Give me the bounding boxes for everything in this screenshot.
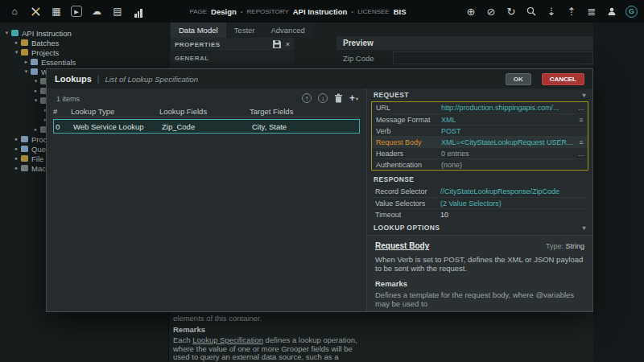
chevron-right-icon[interactable]: ▸: [13, 136, 20, 142]
list-toolbar: ↑ ↓ +▾: [302, 93, 358, 104]
ellipsis-button[interactable]: ...: [575, 150, 588, 158]
batches-icon[interactable]: ▦: [50, 5, 63, 18]
help-property-name: Request Body: [375, 241, 429, 250]
dialog-subtitle: List of Lookup Specification: [105, 75, 198, 84]
grooper-logo[interactable]: G: [625, 6, 638, 18]
help-remarks-heading: Remarks: [375, 279, 584, 288]
add-lookup-icon[interactable]: +▾: [349, 93, 358, 104]
tools-icon[interactable]: [29, 5, 42, 18]
items-count: 1 items: [56, 95, 80, 103]
lookup-options-section-header[interactable]: LOOKUP OPTIONS ▾: [367, 221, 592, 234]
menu-button[interactable]: ≡: [575, 138, 588, 146]
preview-panel-header: Preview: [336, 36, 593, 50]
chevron-down-icon[interactable]: ▾: [583, 92, 586, 99]
licensee-value: BIS: [394, 7, 407, 16]
tree-item-projects[interactable]: ▾Projects: [0, 47, 168, 57]
dialog-title: Lookups: [55, 74, 92, 84]
tree-node-icon: [31, 68, 38, 75]
tab-strip: Data Model Tester Advanced: [171, 23, 313, 38]
breadcrumb: PAGE Design • REPOSITORY API Instruction…: [129, 0, 467, 23]
chevron-right-icon[interactable]: ▸: [32, 126, 39, 133]
lookups-dialog: Lookups | List of Lookup Specification O…: [46, 68, 593, 312]
refresh-icon[interactable]: ↻: [505, 5, 518, 18]
add-circle-icon[interactable]: ⊕: [464, 5, 477, 18]
tree-item-api-instruction[interactable]: ▾API Instruction: [0, 28, 168, 38]
search-icon[interactable]: [525, 5, 538, 18]
lookup-table-header: # Lookup Type Lookup Fields Target Field…: [53, 106, 360, 117]
background-property-help: elements of this container. Remarks Each…: [173, 315, 371, 362]
prop-row-timeout[interactable]: Timeout 10: [371, 208, 588, 220]
prop-row-value-selectors[interactable]: Value Selectors (2 Value Selectors): [371, 197, 588, 208]
menu-button[interactable]: ≡: [575, 116, 588, 124]
chevron-down-icon[interactable]: ▾: [32, 78, 39, 84]
tree-node-icon: [21, 136, 28, 142]
topbar-left-icons: ⌂ ▦ ▶ ☁ ▤: [8, 0, 145, 23]
request-property-group: URL http://production.shippingapis.com/.…: [371, 101, 588, 171]
tree-item-essentials[interactable]: ▸Essentials: [0, 57, 168, 67]
chevron-right-icon[interactable]: ▸: [13, 155, 20, 162]
prop-row-record-selector[interactable]: Record Selector //CityStateLookupRespons…: [371, 186, 588, 197]
lookup-table-row-selected[interactable]: 0 Web Service Lookup Zip_Code City, Stat…: [53, 119, 360, 134]
dialog-title-bar: Lookups | List of Lookup Specification O…: [47, 69, 592, 88]
licensee-label: LICENSEE: [357, 8, 390, 15]
lookup-property-panel: REQUEST ▾ URL http://production.shipping…: [367, 88, 592, 311]
upload-icon[interactable]: ⇡: [565, 5, 578, 18]
help-fragment: elements of this container.: [173, 315, 371, 323]
prop-row-message-format[interactable]: Message Format XML ≡: [372, 113, 588, 125]
tree-node-icon: [21, 165, 28, 171]
cancel-button[interactable]: CANCEL: [542, 73, 584, 85]
tree-item-batches[interactable]: ▸Batches: [0, 38, 168, 47]
chevron-right-icon[interactable]: ▸: [32, 88, 39, 94]
user-icon[interactable]: [605, 5, 618, 18]
top-bar: ⌂ ▦ ▶ ☁ ▤ PAGE Design • REPOSITORY API I…: [0, 0, 644, 23]
tree-node-icon: [21, 39, 28, 46]
chevron-right-icon[interactable]: ▸: [13, 146, 20, 152]
prop-row-url[interactable]: URL http://production.shippingapis.com/.…: [372, 102, 588, 113]
prop-row-request-body[interactable]: Request Body XML=<CityStateLookupRequest…: [372, 136, 588, 147]
ok-button[interactable]: OK: [506, 73, 531, 85]
ellipsis-button[interactable]: ...: [575, 104, 588, 112]
general-section-header[interactable]: GENERAL: [171, 52, 294, 64]
cancel-circle-icon[interactable]: ⊘: [485, 5, 497, 18]
move-up-icon[interactable]: ↑: [302, 93, 312, 103]
cloud-upload-icon[interactable]: ☁: [90, 5, 103, 18]
chevron-right-icon[interactable]: ▸: [13, 39, 20, 46]
prop-row-headers[interactable]: Headers 0 entries ...: [372, 147, 588, 158]
tab-advanced[interactable]: Advanced: [262, 23, 312, 38]
prop-row-verb[interactable]: Verb POST: [372, 125, 588, 136]
tab-tester[interactable]: Tester: [226, 23, 263, 38]
chevron-down-icon[interactable]: ▾: [583, 224, 586, 232]
tree-node-icon: [21, 49, 28, 56]
zip-code-input[interactable]: [393, 51, 593, 64]
chevron-right-icon[interactable]: ▸: [23, 59, 30, 65]
property-help-panel: Request Body Type: String When Verb is s…: [367, 235, 592, 311]
right-gutter: [593, 23, 644, 362]
help-description: When Verb is set to POST, defines the XM…: [375, 255, 584, 273]
prop-row-authentication[interactable]: Authentication (none): [372, 158, 588, 170]
response-section-header[interactable]: RESPONSE: [367, 173, 592, 186]
tree-node-icon: [31, 59, 38, 65]
home-icon[interactable]: ⌂: [8, 5, 21, 18]
move-down-icon[interactable]: ↓: [318, 93, 328, 103]
tasks-icon[interactable]: ▤: [111, 5, 124, 18]
chevron-down-icon[interactable]: ▾: [32, 97, 39, 104]
page-value: Design: [211, 7, 237, 16]
stack-icon[interactable]: ≣: [585, 5, 598, 18]
play-icon[interactable]: ▶: [71, 6, 82, 17]
chevron-down-icon[interactable]: ▾: [23, 68, 30, 75]
delete-icon[interactable]: [334, 93, 343, 103]
close-icon[interactable]: ×: [286, 40, 290, 48]
topbar-right-icons: ⊕ ⊘ ↻ ⇣ ⇡ ≣ G: [464, 0, 638, 23]
download-icon[interactable]: ⇣: [545, 5, 558, 18]
chevron-down-icon[interactable]: ▾: [3, 30, 10, 36]
request-section-header[interactable]: REQUEST ▾: [367, 88, 592, 101]
tree-node-icon: [21, 155, 28, 162]
save-icon[interactable]: [273, 40, 281, 48]
zip-code-field-label: Zip Code: [343, 54, 374, 63]
tree-node-icon: [21, 146, 28, 152]
repository-value: API Instruction: [293, 7, 348, 16]
chevron-right-icon[interactable]: ▸: [13, 165, 20, 171]
chevron-down-icon[interactable]: ▾: [13, 49, 20, 56]
tab-data-model[interactable]: Data Model: [171, 23, 226, 38]
lookup-specification-link: Lookup Specification: [192, 335, 263, 344]
